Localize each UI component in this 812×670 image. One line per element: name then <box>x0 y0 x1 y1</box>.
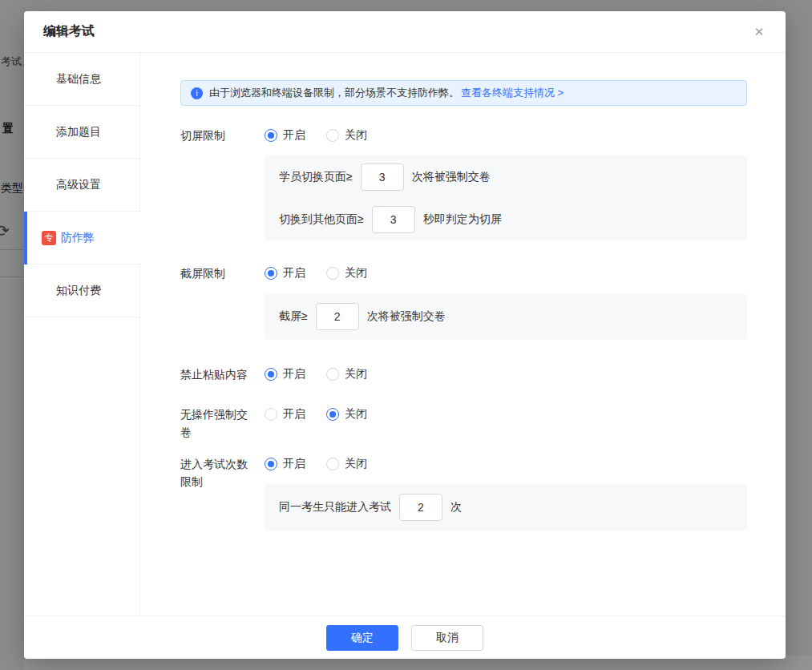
banner-text: 由于浏览器和终端设备限制，部分场景不支持防作弊。 <box>209 86 459 100</box>
edit-exam-dialog: 编辑考试 ✕ 基础信息 添加题目 高级设置 专 防作弊 知识付费 <box>24 11 786 659</box>
info-banner: i 由于浏览器和终端设备限制，部分场景不支持防作弊。 查看各终端支持情况 > <box>180 80 747 106</box>
radio-on-label: 开启 <box>283 457 305 471</box>
radio-on[interactable]: 开启 <box>265 266 305 281</box>
screen-switch-radio-group: 开启 关闭 <box>265 127 747 144</box>
screenshot-settings-panel: 截屏≥ 次将被强制交卷 <box>265 293 747 340</box>
sidebar-item-label: 高级设置 <box>56 178 101 192</box>
radio-on[interactable]: 开启 <box>265 128 305 143</box>
radio-off-icon[interactable] <box>326 129 339 142</box>
row-suffix: 次 <box>450 500 462 515</box>
supported-terminals-link[interactable]: 查看各终端支持情况 > <box>461 86 564 100</box>
sidebar-item-anti-cheating[interactable]: 专 防作弊 <box>24 212 140 264</box>
sidebar-item-label: 知识付费 <box>56 284 101 298</box>
radio-on-label: 开启 <box>283 266 305 281</box>
radio-on-icon[interactable] <box>265 267 277 280</box>
radio-on-icon[interactable] <box>265 458 277 470</box>
radio-off-icon[interactable] <box>326 267 339 280</box>
sidebar-item-label: 防作弊 <box>61 231 95 245</box>
setting-row-switch-count: 学员切换页面≥ 次将被强制交卷 <box>265 155 747 198</box>
radio-off-icon[interactable] <box>326 368 339 381</box>
row-prefix: 学员切换页面≥ <box>279 170 353 184</box>
entry-count-input[interactable] <box>399 494 442 521</box>
radio-off[interactable]: 关闭 <box>326 407 367 422</box>
section-label: 无操作强制交卷 <box>180 406 265 441</box>
pro-badge: 专 <box>42 231 56 245</box>
row-suffix: 秒即判定为切屏 <box>423 212 502 227</box>
section-screenshot-limit: 截屏限制 开启 关闭 截屏≥ <box>180 264 747 340</box>
sidebar-item-knowledge-pay[interactable]: 知识付费 <box>24 264 139 317</box>
screenshot-count-input[interactable] <box>316 303 359 330</box>
radio-on-label: 开启 <box>283 367 305 381</box>
cancel-button[interactable]: 取消 <box>411 625 483 651</box>
sidebar-item-label: 添加题目 <box>56 125 101 139</box>
sidebar-item-basic-info[interactable]: 基础信息 <box>24 53 139 106</box>
close-icon[interactable]: ✕ <box>749 22 770 42</box>
section-label: 截屏限制 <box>180 264 265 340</box>
row-prefix: 切换到其他页面≥ <box>279 212 364 227</box>
switch-seconds-input[interactable] <box>372 206 415 233</box>
section-label: 切屏限制 <box>180 127 265 240</box>
radio-on-icon[interactable] <box>265 368 277 381</box>
no-action-radio-group: 开启 关闭 <box>265 406 747 423</box>
sidebar-item-add-questions[interactable]: 添加题目 <box>24 106 139 159</box>
setting-row-switch-seconds: 切换到其他页面≥ 秒即判定为切屏 <box>265 198 747 240</box>
dialog-header: 编辑考试 ✕ <box>24 11 786 53</box>
section-entry-count-limit: 进入考试次数限制 开启 关闭 同一考生只能 <box>180 455 747 531</box>
paste-radio-group: 开启 关闭 <box>265 365 747 383</box>
radio-on-label: 开启 <box>283 128 305 143</box>
radio-off[interactable]: 关闭 <box>326 266 367 281</box>
section-screen-switch-limit: 切屏限制 开启 关闭 学员切换页面≥ <box>180 127 747 240</box>
radio-on[interactable]: 开启 <box>265 457 305 471</box>
section-label: 进入考试次数限制 <box>180 455 265 531</box>
radio-off-label: 关闭 <box>345 367 367 381</box>
radio-off-label: 关闭 <box>345 266 367 281</box>
radio-off-icon[interactable] <box>326 458 339 470</box>
dialog-sidebar: 基础信息 添加题目 高级设置 专 防作弊 知识付费 <box>24 53 140 616</box>
radio-off[interactable]: 关闭 <box>326 457 367 471</box>
dialog-body: 基础信息 添加题目 高级设置 专 防作弊 知识付费 i 由于浏览器和终端设备限制… <box>24 53 786 616</box>
setting-row-screenshot-count: 截屏≥ 次将被强制交卷 <box>265 293 747 340</box>
radio-on-label: 开启 <box>283 407 305 422</box>
sidebar-item-advanced-settings[interactable]: 高级设置 <box>24 159 139 212</box>
info-icon: i <box>191 87 203 99</box>
row-suffix: 次将被强制交卷 <box>367 309 446 324</box>
screenshot-radio-group: 开启 关闭 <box>265 264 747 282</box>
radio-off-label: 关闭 <box>345 407 367 422</box>
radio-on[interactable]: 开启 <box>265 367 305 381</box>
radio-off[interactable]: 关闭 <box>326 128 367 143</box>
row-prefix: 截屏≥ <box>279 309 308 324</box>
screen-switch-settings-panel: 学员切换页面≥ 次将被强制交卷 切换到其他页面≥ 秒即判定为切屏 <box>265 155 747 240</box>
section-label: 禁止粘贴内容 <box>180 365 265 383</box>
section-no-action-force-submit: 无操作强制交卷 开启 关闭 <box>180 406 747 441</box>
section-forbid-paste: 禁止粘贴内容 开启 关闭 <box>180 365 747 383</box>
switch-count-input[interactable] <box>361 163 404 191</box>
dialog-footer: 确定 取消 <box>24 616 786 659</box>
dialog-title: 编辑考试 <box>43 23 95 40</box>
radio-on-icon[interactable] <box>265 129 277 142</box>
radio-on-icon[interactable] <box>265 408 277 421</box>
confirm-button[interactable]: 确定 <box>326 625 398 651</box>
radio-off-label: 关闭 <box>345 457 367 471</box>
sidebar-item-label: 基础信息 <box>56 72 101 87</box>
row-suffix: 次将被强制交卷 <box>412 170 491 184</box>
anti-cheating-panel: i 由于浏览器和终端设备限制，部分场景不支持防作弊。 查看各终端支持情况 > 切… <box>140 53 786 616</box>
row-prefix: 同一考生只能进入考试 <box>279 500 391 515</box>
radio-off-label: 关闭 <box>345 128 367 143</box>
radio-off[interactable]: 关闭 <box>326 367 367 381</box>
radio-on[interactable]: 开启 <box>265 407 305 422</box>
setting-row-entry-count: 同一考生只能进入考试 次 <box>265 484 747 531</box>
radio-off-icon[interactable] <box>326 408 339 421</box>
entry-limit-radio-group: 开启 关闭 <box>265 455 747 473</box>
entry-limit-settings-panel: 同一考生只能进入考试 次 <box>265 484 747 531</box>
